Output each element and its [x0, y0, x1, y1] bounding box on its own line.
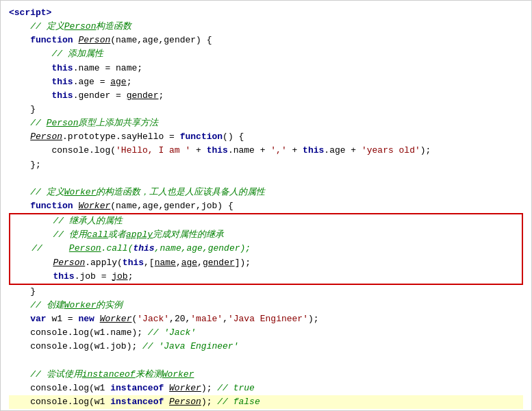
line-11: console.log('Hello, I am ' + this.name +…: [9, 144, 523, 158]
line-10: Person.prototype.sayHello = function() {: [9, 130, 523, 144]
line-5: this.name = name;: [9, 62, 523, 75]
line-2: // 定义Person构造函数: [9, 20, 523, 34]
line-22: // 创建Worker的实例: [9, 299, 523, 312]
line-18: // Person.call(this,name,age,gender);: [10, 242, 522, 256]
line-4: // 添加属性: [9, 47, 523, 61]
line-13: [9, 172, 523, 186]
line-8: }: [9, 103, 523, 116]
line-28: console.log(w1 instanceof Worker); // tr…: [9, 382, 523, 395]
line-1: <script>: [9, 6, 523, 20]
line-27: // 尝试使用instanceof来检测Worker: [9, 368, 523, 382]
line-17: // 使用call或者apply完成对属性的继承: [10, 228, 522, 242]
line-21: }: [9, 285, 523, 299]
highlighted-section: // 继承人的属性 // 使用call或者apply完成对属性的继承 // Pe…: [9, 213, 523, 285]
line-7: this.gender = gender;: [9, 89, 523, 103]
line-14: // 定义Worker的构造函数，工人也是人应该具备人的属性: [9, 186, 523, 199]
line-25: console.log(w1.job); // 'Java Engineer': [9, 340, 523, 353]
code-viewer: <script> // 定义Person构造函数 function Person…: [0, 0, 532, 411]
line-26: [9, 354, 523, 368]
line-24: console.log(w1.name); // 'Jack': [9, 326, 523, 340]
line-3: function Person(name,age,gender) {: [9, 34, 523, 47]
line-20: this.job = job;: [10, 270, 522, 284]
line-23: var w1 = new Worker('Jack',20,'male','Ja…: [9, 312, 523, 326]
line-16: // 继承人的属性: [10, 214, 522, 228]
line-12: };: [9, 158, 523, 172]
line-9: // Person原型上添加共享方法: [9, 116, 523, 130]
line-29: console.log(w1 instanceof Person); // fa…: [9, 395, 523, 409]
line-15: function Worker(name,age,gender,job) {: [9, 199, 523, 213]
line-6: this.age = age;: [9, 75, 523, 89]
line-19: Person.apply(this,[name,age,gender]);: [10, 256, 522, 270]
